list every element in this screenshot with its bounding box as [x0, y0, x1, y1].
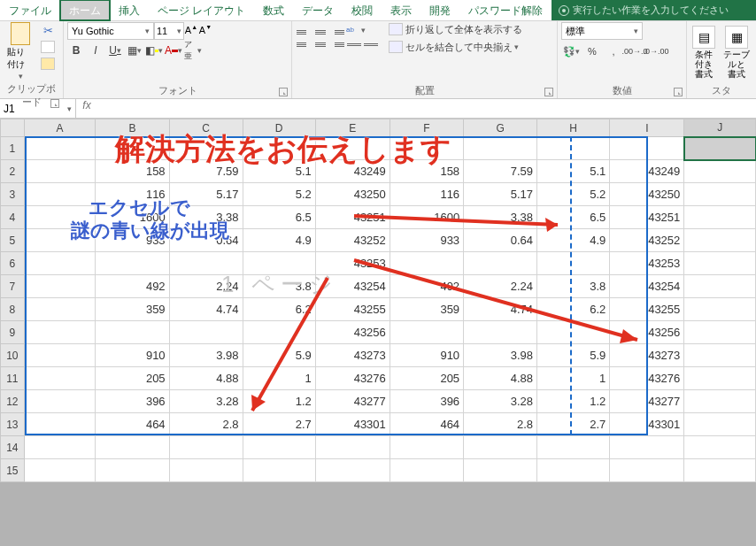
cell[interactable] [24, 321, 96, 344]
cell[interactable]: 116 [96, 183, 169, 206]
orientation-icon[interactable] [346, 26, 360, 38]
cell[interactable]: 359 [96, 298, 169, 321]
percent-format-icon[interactable]: % [582, 42, 602, 60]
tab-insert[interactable]: 挿入 [110, 0, 149, 20]
cell[interactable]: 43249 [610, 160, 684, 183]
row-header[interactable]: 7 [1, 275, 25, 298]
cell[interactable] [464, 459, 537, 482]
cell[interactable] [684, 390, 756, 413]
cell[interactable]: 5.2 [537, 183, 610, 206]
cell[interactable] [684, 367, 756, 390]
cell[interactable] [96, 459, 169, 482]
cell[interactable]: 43250 [610, 183, 684, 206]
cell[interactable] [684, 183, 756, 206]
cell[interactable]: 6.2 [537, 298, 610, 321]
cell[interactable]: 5.17 [169, 183, 243, 206]
col-header[interactable]: I [610, 119, 684, 137]
cell[interactable]: 2.7 [537, 413, 610, 436]
cell[interactable]: 7.59 [169, 160, 243, 183]
cell[interactable] [243, 436, 315, 459]
formula-input[interactable] [97, 99, 756, 118]
copy-icon[interactable] [41, 41, 55, 53]
cell[interactable] [243, 321, 315, 344]
cell[interactable] [537, 252, 610, 275]
cell[interactable] [24, 206, 96, 229]
cut-icon[interactable]: ✂ [43, 24, 53, 37]
cell[interactable] [24, 459, 96, 482]
cell[interactable] [243, 137, 315, 160]
row-header[interactable]: 5 [1, 229, 25, 252]
cell[interactable]: 43301 [315, 413, 390, 436]
tab-home[interactable]: ホーム [60, 0, 110, 20]
col-header[interactable]: F [390, 119, 463, 137]
cell[interactable] [243, 252, 315, 275]
cell[interactable]: 1.2 [243, 390, 315, 413]
cell[interactable]: 43252 [315, 229, 390, 252]
font-size-select[interactable]: 11▾ [154, 22, 184, 40]
cell[interactable]: 4.88 [169, 367, 243, 390]
format-painter-icon[interactable] [41, 58, 55, 70]
row-header[interactable]: 13 [1, 413, 25, 436]
cell[interactable]: 933 [390, 229, 463, 252]
dialog-launcher-icon[interactable] [544, 88, 553, 96]
cell[interactable] [315, 137, 390, 160]
cell[interactable]: 910 [96, 344, 169, 367]
align-center-icon[interactable] [312, 38, 328, 50]
align-top-icon[interactable] [296, 26, 312, 38]
align-right-icon[interactable] [329, 38, 345, 50]
underline-button[interactable]: U▾ [106, 42, 124, 59]
tab-data[interactable]: データ [293, 0, 343, 20]
cell[interactable]: 43249 [315, 160, 390, 183]
cell[interactable]: 6.5 [243, 206, 315, 229]
col-header[interactable]: G [464, 119, 537, 137]
cell[interactable]: 2.8 [464, 413, 537, 436]
cell[interactable]: 43254 [315, 275, 390, 298]
cell[interactable]: 3.28 [169, 390, 243, 413]
cell[interactable]: 205 [390, 367, 463, 390]
cell[interactable] [684, 459, 756, 482]
cell[interactable]: 43251 [315, 206, 390, 229]
cell[interactable] [610, 436, 684, 459]
phonetic-button[interactable]: ア亜▾ [184, 42, 202, 59]
cell[interactable]: 492 [96, 275, 169, 298]
row-header[interactable]: 3 [1, 183, 25, 206]
cell[interactable] [684, 206, 756, 229]
cell[interactable] [537, 321, 610, 344]
cell[interactable]: 5.2 [243, 183, 315, 206]
conditional-formatting-button[interactable]: ▤ 条件付き 書式 [690, 24, 718, 81]
cell[interactable] [464, 436, 537, 459]
cell[interactable]: 43251 [610, 206, 684, 229]
cell[interactable] [96, 321, 169, 344]
row-header[interactable]: 1 [1, 137, 25, 160]
cell[interactable]: 0.64 [464, 229, 537, 252]
cell[interactable]: 6.5 [537, 206, 610, 229]
cell[interactable] [390, 436, 463, 459]
tell-me[interactable]: 実行したい作業を入力してください [552, 0, 756, 20]
cell[interactable]: 43256 [610, 321, 684, 344]
col-header[interactable]: A [24, 119, 96, 137]
cell[interactable]: 43253 [610, 252, 684, 275]
row-header[interactable]: 6 [1, 252, 25, 275]
row-header[interactable]: 15 [1, 459, 25, 482]
cell[interactable]: 4.9 [243, 229, 315, 252]
cell[interactable] [24, 390, 96, 413]
cell[interactable]: 2.7 [243, 413, 315, 436]
cell[interactable] [684, 137, 756, 160]
fill-color-button[interactable]: ◧▾ [145, 42, 163, 59]
tab-review[interactable]: 校閲 [343, 0, 382, 20]
cell[interactable]: 43277 [610, 390, 684, 413]
cell[interactable]: 43273 [610, 344, 684, 367]
cell[interactable] [684, 436, 756, 459]
tab-developer[interactable]: 開発 [420, 0, 459, 20]
cell[interactable]: 43276 [610, 367, 684, 390]
cell[interactable]: 43301 [610, 413, 684, 436]
cell[interactable] [24, 252, 96, 275]
number-format-select[interactable]: 標準▾ [561, 22, 643, 40]
cell[interactable] [96, 436, 169, 459]
tab-password[interactable]: パスワード解除 [459, 0, 552, 20]
cell[interactable] [315, 459, 390, 482]
row-header[interactable]: 4 [1, 206, 25, 229]
cell[interactable] [537, 436, 610, 459]
cell[interactable]: 396 [390, 390, 463, 413]
cell[interactable]: 205 [96, 367, 169, 390]
